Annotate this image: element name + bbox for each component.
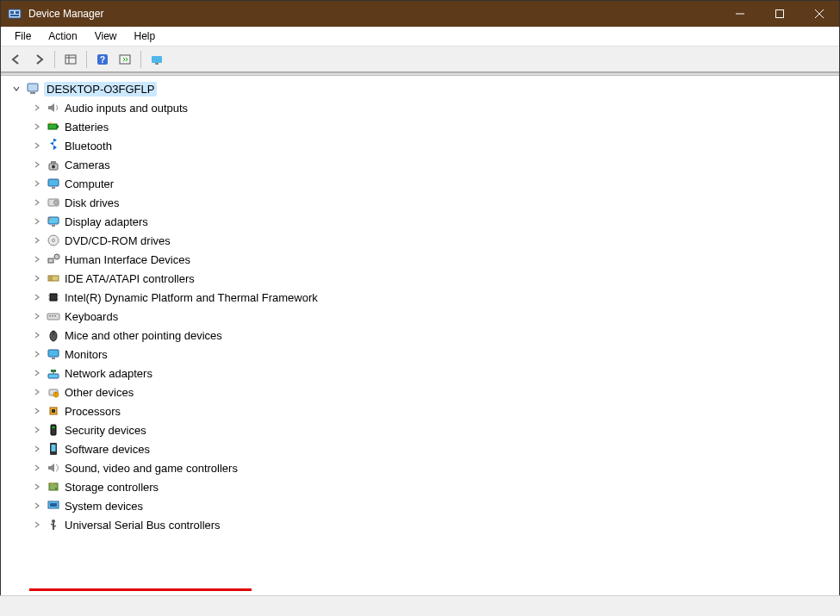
tree-item[interactable]: System devices	[1, 496, 839, 515]
svg-rect-18	[48, 124, 57, 129]
maximize-button[interactable]	[760, 1, 800, 27]
other-icon: !	[46, 384, 61, 400]
collapse-icon[interactable]	[9, 82, 23, 96]
expand-icon[interactable]	[30, 442, 44, 456]
expand-icon[interactable]	[30, 518, 44, 532]
tree-item[interactable]: Processors	[1, 401, 839, 420]
svg-rect-3	[10, 15, 19, 16]
expand-icon[interactable]	[30, 120, 44, 134]
svg-rect-22	[51, 161, 56, 164]
mouse-icon	[46, 327, 61, 343]
monitor-icon	[46, 346, 61, 362]
expand-icon[interactable]	[30, 252, 44, 266]
toolbar-separator	[54, 51, 55, 68]
tree-item[interactable]: Cameras	[1, 155, 839, 174]
expand-icon[interactable]	[30, 328, 44, 342]
tree-item[interactable]: Disk drives	[1, 193, 839, 212]
computer-icon	[25, 81, 40, 96]
tree-item-label: DVD/CD-ROM drives	[65, 234, 171, 247]
expand-icon[interactable]	[30, 366, 44, 380]
expand-icon[interactable]	[30, 461, 44, 475]
svg-point-31	[53, 240, 55, 242]
close-button[interactable]	[800, 1, 839, 27]
tree-item[interactable]: Keyboards	[1, 307, 839, 326]
back-button[interactable]	[6, 49, 27, 70]
svg-rect-8	[65, 55, 76, 64]
expand-icon[interactable]	[30, 423, 44, 437]
tree-item[interactable]: Computer	[1, 174, 839, 193]
expand-icon[interactable]	[30, 404, 44, 418]
tree-item[interactable]: Audio inputs and outputs	[1, 98, 839, 117]
expand-icon[interactable]	[30, 499, 44, 513]
tree-item[interactable]: Display adapters	[1, 212, 839, 231]
scan-button[interactable]	[115, 49, 135, 70]
device-tree[interactable]: DESKTOP-O3FGFLP Audio inputs and outputs…	[1, 76, 839, 591]
help-button[interactable]: ?	[92, 49, 113, 70]
minimize-button[interactable]	[720, 1, 760, 27]
remote-button[interactable]	[146, 49, 167, 70]
speaker-icon	[46, 100, 61, 115]
forward-button[interactable]	[28, 49, 49, 70]
tree-item[interactable]: Intel(R) Dynamic Platform and Thermal Fr…	[1, 288, 839, 307]
menu-file[interactable]: File	[6, 28, 40, 44]
toolbar-separator	[86, 51, 87, 68]
tree-item[interactable]: ! Other devices	[1, 383, 839, 401]
tree-item[interactable]: Monitors	[1, 345, 839, 364]
highlight-annotation	[29, 588, 252, 591]
tree-item[interactable]: DVD/CD-ROM drives	[1, 231, 839, 250]
monitor-icon	[46, 176, 61, 191]
expand-icon[interactable]	[30, 158, 44, 171]
expand-icon[interactable]	[30, 480, 44, 494]
svg-rect-1	[10, 11, 14, 14]
expand-icon[interactable]	[30, 233, 44, 247]
chip-icon	[46, 289, 61, 305]
tree-item[interactable]: Security devices	[1, 420, 839, 439]
expand-icon[interactable]	[30, 347, 44, 361]
tree-item[interactable]: Batteries	[1, 117, 839, 136]
svg-rect-57	[51, 425, 56, 435]
tree-item[interactable]: IDE ATA/ATAPI controllers	[1, 269, 839, 288]
tree-item[interactable]: Human Interface Devices	[1, 250, 839, 269]
svg-rect-2	[16, 11, 19, 14]
svg-point-26	[54, 201, 59, 205]
menu-view[interactable]: View	[86, 28, 126, 44]
svg-rect-56	[52, 409, 55, 413]
svg-rect-23	[48, 179, 59, 186]
display-icon	[46, 214, 61, 229]
camera-icon	[46, 157, 61, 172]
expand-icon[interactable]	[30, 215, 44, 228]
tree-item[interactable]: Network adapters	[1, 364, 839, 383]
expand-icon[interactable]	[30, 196, 44, 209]
tree-item-label: Display adapters	[65, 215, 148, 228]
expand-icon[interactable]	[30, 385, 44, 399]
expand-icon[interactable]	[30, 139, 44, 152]
expand-icon[interactable]	[30, 290, 44, 304]
svg-point-65	[52, 520, 55, 523]
menu-help[interactable]: Help	[126, 28, 165, 44]
expand-icon[interactable]	[30, 271, 44, 285]
tree-item-label: Intel(R) Dynamic Platform and Thermal Fr…	[65, 291, 318, 304]
dvd-icon	[46, 233, 61, 248]
tree-root[interactable]: DESKTOP-O3FGFLP	[1, 79, 839, 98]
svg-rect-48	[48, 350, 59, 357]
expand-icon[interactable]	[30, 101, 44, 115]
tree-item-label: Other devices	[65, 386, 134, 399]
show-hidden-button[interactable]	[60, 49, 81, 70]
expand-icon[interactable]	[30, 309, 44, 323]
svg-rect-14	[152, 56, 162, 63]
menu-action[interactable]: Action	[40, 28, 85, 44]
tree-item[interactable]: Storage controllers	[1, 477, 839, 496]
svg-rect-60	[52, 445, 56, 451]
tree-item[interactable]: Sound, video and game controllers	[1, 458, 839, 477]
tree-item[interactable]: Universal Serial Bus controllers	[1, 515, 839, 534]
tree-item-label: Keyboards	[65, 310, 118, 323]
storage-icon	[46, 479, 61, 495]
svg-rect-28	[52, 225, 55, 227]
expand-icon[interactable]	[30, 177, 44, 190]
tree-item[interactable]: Bluetooth	[1, 136, 839, 155]
statusbar	[0, 595, 840, 616]
svg-rect-16	[28, 84, 38, 91]
tree-item[interactable]: Software devices	[1, 439, 839, 458]
tree-item[interactable]: Mice and other pointing devices	[1, 326, 839, 345]
tree-item-label: System devices	[65, 500, 143, 513]
